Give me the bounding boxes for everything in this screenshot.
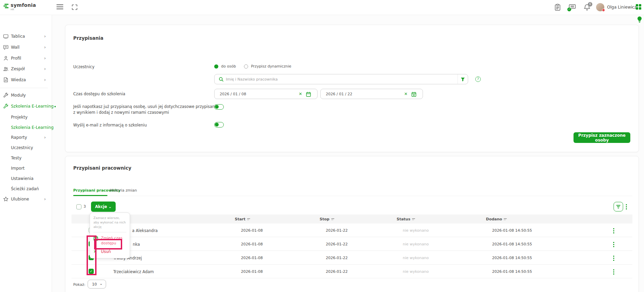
brand-name: symfonia bbox=[11, 3, 36, 8]
added-datetime: 2026-01-08 14:50:55 bbox=[492, 228, 532, 233]
employee-name: nka bbox=[133, 242, 140, 247]
clear-date-icon[interactable]: ✕ bbox=[404, 92, 408, 96]
toggle-send-email[interactable] bbox=[214, 122, 224, 127]
row-kebab-menu-icon[interactable] bbox=[613, 269, 614, 275]
radio-przypisz-dynamicznie-label[interactable]: Przypisz dynamicznie bbox=[251, 64, 291, 69]
table-filter-button[interactable] bbox=[614, 202, 623, 211]
toggle-replace-assignment[interactable] bbox=[214, 104, 224, 110]
dropdown-divider bbox=[93, 232, 126, 232]
chevron-right-icon: › bbox=[44, 35, 46, 38]
sidebar-item-ustawienia[interactable]: Ustawienia bbox=[0, 174, 52, 183]
chevron-right-icon: › bbox=[44, 67, 46, 71]
toggle-replace-label: Jeśli napotkasz już przypisaną osobę, us… bbox=[73, 104, 220, 115]
start-date: 2026-01-08 bbox=[241, 242, 263, 246]
chevron-right-icon: › bbox=[44, 136, 46, 139]
top-header: symfonia HR ✓ bbox=[0, 0, 644, 15]
column-header-status[interactable]: Status bbox=[397, 217, 415, 221]
select-all-checkbox[interactable] bbox=[76, 204, 81, 209]
status: nie wykonano bbox=[403, 228, 429, 233]
sidebar-item-uczestnicy[interactable]: Uczestnicy bbox=[0, 143, 52, 153]
sidebar-item-moduly[interactable]: Moduły bbox=[0, 90, 52, 100]
stop-date: 2026-01-22 bbox=[326, 228, 348, 233]
chevron-right-icon: › bbox=[44, 57, 46, 60]
menu-item-zmien-czas-dostepu[interactable]: Zmień czas dostępu bbox=[93, 235, 126, 246]
chevron-right-icon: › bbox=[44, 46, 46, 49]
sort-icon bbox=[247, 218, 250, 220]
x-icon: ✕ bbox=[93, 249, 98, 254]
employee-name: a Aleksandra bbox=[132, 228, 158, 233]
status: nie wykonano bbox=[403, 242, 429, 246]
column-header-dodano[interactable]: Dodano bbox=[486, 217, 507, 221]
sidebar-item-projekty[interactable]: Projekty bbox=[0, 112, 52, 122]
assign-selected-button[interactable]: Przypisz zaznaczone osoby bbox=[574, 132, 630, 143]
wrench-icon bbox=[3, 93, 9, 98]
symfonia-logo[interactable]: symfonia HR bbox=[3, 3, 36, 11]
help-lightbulb-icon[interactable] bbox=[636, 16, 643, 23]
actions-dropdown-button[interactable]: Akcje ⌄ bbox=[91, 202, 116, 212]
sort-icon bbox=[331, 218, 334, 220]
sidebar-item-wall[interactable]: Wall › bbox=[0, 42, 52, 52]
start-date: 2026-01-08 bbox=[241, 228, 263, 233]
row-kebab-menu-icon[interactable] bbox=[613, 228, 614, 233]
hamburger-menu-icon[interactable] bbox=[56, 4, 63, 10]
table-row[interactable]: ✓ Trzeciakiewicz Adam 2026-01-08 2026-01… bbox=[72, 265, 632, 278]
brand-sub: HR bbox=[11, 8, 36, 11]
funnel-icon bbox=[461, 77, 465, 82]
status: nie wykonano bbox=[403, 269, 429, 274]
sidebar-item-wiedza[interactable]: Wiedza › bbox=[0, 75, 52, 85]
apps-grid-icon[interactable] bbox=[636, 4, 641, 10]
page-size-select[interactable]: 10 ⌄ bbox=[88, 280, 106, 289]
radio-do-osob[interactable] bbox=[214, 64, 218, 69]
table-kebab-menu-icon[interactable] bbox=[626, 204, 627, 209]
tab-historia-zmian[interactable]: Historia zmian bbox=[110, 188, 137, 193]
sidebar-item-ulubione[interactable]: Ulubione › bbox=[0, 194, 52, 204]
clear-date-icon[interactable]: ✕ bbox=[299, 92, 302, 96]
table-row[interactable]: a Aleksandra 2026-01-08 2026-01-22 nie w… bbox=[72, 223, 632, 237]
help-question-icon[interactable]: ? bbox=[475, 76, 481, 82]
participants-label: Uczestnicy bbox=[73, 64, 94, 69]
calendar-x-icon[interactable] bbox=[411, 92, 416, 97]
app-root: symfonia HR ✓ bbox=[0, 0, 644, 292]
sidebar-item-import[interactable]: Import bbox=[0, 163, 52, 173]
date-to-input[interactable]: 2026 / 01 / 22 ✕ bbox=[320, 89, 423, 99]
wall-chat-icon bbox=[3, 45, 9, 50]
date-from-input[interactable]: 2026 / 01 / 08 ✕ bbox=[214, 89, 318, 99]
radio-przypisz-dynamicznie[interactable] bbox=[244, 64, 248, 69]
messages-icon[interactable]: ✓ bbox=[569, 4, 576, 10]
sidebar-item-szkolenia-elearning[interactable]: Szkolenia E-Learning bbox=[0, 123, 52, 132]
sidebar-item-profil[interactable]: Profil › bbox=[0, 53, 52, 63]
avatar[interactable] bbox=[596, 3, 604, 11]
fullscreen-icon[interactable] bbox=[72, 4, 78, 10]
sidebar-item-tablica[interactable]: Tablica › bbox=[0, 32, 52, 41]
person-icon bbox=[3, 56, 9, 61]
star-icon bbox=[3, 196, 9, 202]
tabs-divider bbox=[72, 196, 632, 196]
clipboard-icon[interactable] bbox=[554, 4, 561, 11]
notifications-bell-icon[interactable]: 6 bbox=[584, 4, 590, 11]
search-icon bbox=[219, 77, 224, 82]
row-kebab-menu-icon[interactable] bbox=[613, 242, 614, 247]
employee-search-input[interactable]: Imię i Nazwisko pracownika bbox=[214, 74, 468, 84]
sidebar-item-zespol[interactable]: Zespół › bbox=[0, 64, 52, 74]
calendar-icon[interactable] bbox=[306, 92, 311, 97]
sidebar-divider bbox=[0, 88, 48, 88]
sidebar-item-szkolenia-elearning-module[interactable]: Szkolenia E-Learning bbox=[0, 101, 52, 111]
stop-date: 2026-01-22 bbox=[326, 269, 348, 274]
row-kebab-menu-icon[interactable] bbox=[613, 256, 614, 261]
sidebar-item-testy[interactable]: Testy bbox=[0, 153, 52, 163]
row-checkbox[interactable]: ✓ bbox=[89, 269, 94, 274]
symfonia-logo-icon bbox=[3, 3, 9, 10]
stop-date: 2026-01-22 bbox=[326, 242, 348, 246]
table-row[interactable]: ✓ Trwały Andrzej 2026-01-08 2026-01-22 n… bbox=[72, 251, 632, 265]
column-header-stop[interactable]: Stop bbox=[320, 217, 334, 221]
user-menu-caret-icon[interactable]: ⌄ bbox=[631, 4, 634, 9]
search-filter-button[interactable] bbox=[458, 74, 468, 84]
sidebar-item-sciezki-zadan[interactable]: Ścieżki zadań bbox=[0, 184, 52, 194]
radio-do-osob-label[interactable]: do osób bbox=[221, 64, 236, 69]
sidebar-item-raporty[interactable]: Raporty › bbox=[0, 133, 52, 142]
column-header-start[interactable]: Start bbox=[235, 217, 250, 221]
menu-item-usun[interactable]: ✕ Usuń bbox=[93, 249, 126, 254]
page-size-label: Pokaż: bbox=[73, 282, 85, 287]
status: nie wykonano bbox=[403, 256, 429, 260]
table-row[interactable]: ✓ nka 2026-01-08 2026-01-22 nie wykonano… bbox=[72, 237, 632, 251]
